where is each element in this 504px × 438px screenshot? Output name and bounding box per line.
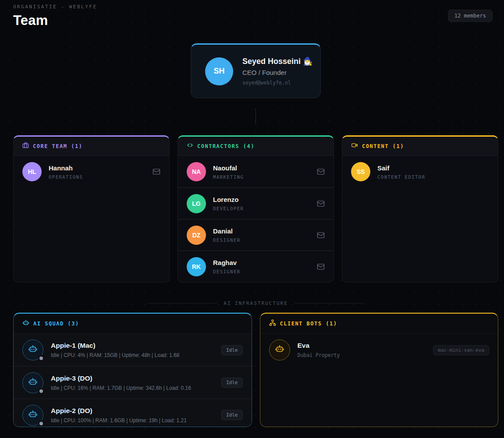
divider-label: AI INFRASTRUCTURE [224, 300, 288, 306]
team-grid: CORE TEAM (1) HL Hannah OPERATIONS CONTR… [13, 135, 498, 283]
bot-icon [22, 319, 29, 328]
bot-row-appie-1: Appie-1 (Mac) Idle | CPU: 4% | RAM: 15GB… [14, 334, 252, 366]
bot-row-appie-2: Appie-2 (DO) Idle | CPU: 100% | RAM: 1.6… [14, 399, 252, 427]
code-icon [187, 142, 193, 150]
status-dot [38, 420, 44, 427]
member-row-lorenzo: LG Lorenzo DEVELOPER [178, 187, 334, 219]
card-label: AI SQUAD (3) [33, 321, 79, 327]
bot-avatar [269, 339, 290, 360]
member-name: Lorenzo [213, 196, 244, 203]
card-contractors: CONTRACTORS (4) NA Naoufal MARKETING LG … [177, 135, 334, 283]
bot-stats: Idle | CPU: 4% | RAM: 15GB | Uptime: 48h… [51, 352, 179, 358]
bot-name: Eva [298, 342, 340, 350]
card-label: CONTENT (1) [362, 143, 404, 149]
bot-icon [28, 410, 38, 421]
ceo-info: Seyed Hosseini 🧙‍♂️ CEO / Founder seyed@… [242, 57, 313, 86]
status-badge: Idle [221, 378, 243, 388]
org-connector-line [256, 109, 256, 124]
member-row-hannah: HL Hannah OPERATIONS [14, 156, 169, 187]
card-content: CONTENT (1) SS Saif CONTENT EDITOR [342, 135, 498, 283]
avatar: HL [22, 162, 42, 181]
member-name: Saif [377, 164, 426, 172]
card-label: CONTRACTORS (4) [197, 143, 255, 149]
member-row-danial: DZ Danial DESIGNER [178, 219, 334, 251]
card-label: CLIENT BOTS (1) [280, 321, 337, 327]
status-dot [38, 388, 44, 394]
video-camera-icon [351, 142, 358, 150]
member-name: Raghav [213, 259, 241, 266]
mail-icon[interactable] [317, 263, 325, 271]
bot-name: Appie-1 (Mac) [51, 342, 179, 350]
ceo-email: seyed@weblyfe.nl [242, 80, 313, 86]
briefcase-icon [22, 142, 29, 150]
card-client-bots: CLIENT BOTS (1) Eva Dubai Property mac-m… [260, 313, 499, 427]
ceo-card: SH Seyed Hosseini 🧙‍♂️ CEO / Founder sey… [191, 43, 321, 98]
bot-stats: Idle | CPU: 16% | RAM: 1.7GB | Uptime: 3… [51, 385, 191, 391]
member-row-saif: SS Saif CONTENT EDITOR [342, 156, 498, 187]
page: ORGANISATIE - WEBLYFE Team 12 members SH… [13, 0, 498, 427]
bots-grid: AI SQUAD (3) Appie-1 (Mac) Idle | CPU: 4… [13, 313, 498, 427]
bot-icon [28, 377, 38, 389]
card-header-content: CONTENT (1) [342, 137, 498, 156]
bot-name: Appie-2 (DO) [51, 407, 187, 415]
network-icon [269, 319, 276, 328]
member-role: CONTENT EDITOR [377, 174, 426, 180]
mail-icon[interactable] [153, 168, 160, 176]
avatar: DZ [187, 226, 206, 245]
member-row-raghav: RK Raghav DESIGNER [178, 251, 334, 282]
member-role: DESIGNER [213, 237, 241, 243]
ai-infrastructure-divider: AI INFRASTRUCTURE [13, 300, 498, 306]
bot-row-eva: Eva Dubai Property mac-mini-van-eva [260, 334, 498, 366]
ceo-role: CEO / Founder [242, 69, 313, 76]
avatar: RK [187, 257, 206, 276]
bot-name: Appie-3 (DO) [51, 374, 191, 382]
ceo-card-wrap: SH Seyed Hosseini 🧙‍♂️ CEO / Founder sey… [13, 43, 498, 98]
card-header-ai-squad: AI SQUAD (3) [14, 314, 252, 334]
member-name: Hannah [49, 164, 83, 172]
avatar: SH [205, 57, 233, 85]
member-role: OPERATIONS [49, 174, 83, 180]
card-label: CORE TEAM (1) [33, 143, 82, 149]
member-name: Danial [213, 227, 241, 235]
mail-icon[interactable] [317, 200, 325, 208]
mail-icon[interactable] [317, 168, 325, 176]
card-core-team: CORE TEAM (1) HL Hannah OPERATIONS [13, 135, 170, 283]
status-badge: Idle [221, 345, 243, 355]
member-role: DEVELOPER [213, 206, 244, 211]
wizard-emoji: 🧙‍♂️ [303, 57, 312, 66]
mail-icon[interactable] [317, 231, 325, 239]
page-title: Team [13, 13, 498, 28]
page-header: ORGANISATIE - WEBLYFE Team [13, 0, 498, 28]
card-header-contractors: CONTRACTORS (4) [178, 137, 334, 156]
hostname-badge: mac-mini-van-eva [433, 345, 489, 355]
card-ai-squad: AI SQUAD (3) Appie-1 (Mac) Idle | CPU: 4… [13, 313, 252, 427]
bot-avatar [22, 339, 43, 360]
bot-avatar [22, 372, 43, 393]
breadcrumb: ORGANISATIE - WEBLYFE [13, 4, 498, 10]
bot-avatar [22, 405, 43, 426]
ceo-name: Seyed Hosseini 🧙‍♂️ [242, 57, 313, 66]
status-dot [38, 355, 44, 361]
avatar: NA [187, 162, 206, 181]
avatar: LG [187, 194, 206, 213]
status-badge: Idle [221, 410, 243, 420]
divider-line [294, 303, 364, 304]
member-role: DESIGNER [213, 269, 241, 274]
bot-stats: Dubai Property [298, 352, 340, 358]
bot-stats: Idle | CPU: 100% | RAM: 1.6GB | Uptime: … [51, 417, 187, 424]
bot-icon [28, 344, 38, 356]
bot-icon [275, 344, 284, 356]
bot-row-appie-3: Appie-3 (DO) Idle | CPU: 16% | RAM: 1.7G… [14, 366, 252, 399]
card-header-client-bots: CLIENT BOTS (1) [260, 314, 498, 334]
member-row-naoufal: NA Naoufal MARKETING [178, 156, 334, 187]
member-role: MARKETING [213, 174, 244, 180]
members-count-badge: 12 members [448, 10, 493, 22]
card-header-core-team: CORE TEAM (1) [14, 137, 169, 156]
avatar: SS [351, 162, 370, 181]
member-name: Naoufal [213, 164, 244, 172]
divider-line [147, 303, 217, 304]
